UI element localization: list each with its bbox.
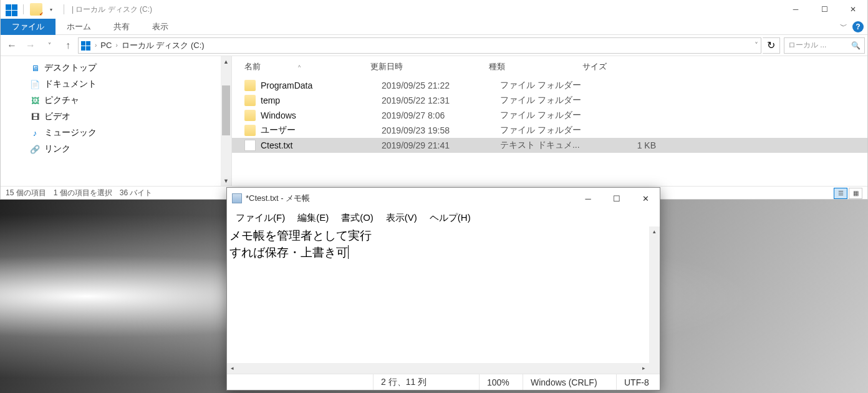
- encoding: UTF-8: [616, 374, 660, 390]
- scroll-left-icon[interactable]: ◂: [227, 363, 238, 374]
- refresh-button[interactable]: ↻: [763, 37, 780, 54]
- recent-dropdown[interactable]: ˅: [41, 37, 58, 54]
- resize-grip[interactable]: [649, 363, 660, 374]
- maximize-button[interactable]: ☐: [602, 188, 631, 208]
- ribbon-tab-share[interactable]: 共有: [102, 19, 141, 35]
- sidebar-item-links[interactable]: 🔗リンク: [26, 141, 231, 157]
- scroll-thumb[interactable]: [222, 85, 230, 135]
- menu-format[interactable]: 書式(O): [335, 211, 380, 225]
- scroll-right-icon[interactable]: ▸: [639, 363, 649, 374]
- help-icon[interactable]: ?: [852, 21, 864, 32]
- selection-count: 1 個の項目を選択: [54, 188, 112, 198]
- text-cursor: [348, 245, 349, 259]
- desktop-icon: 🖥: [29, 63, 41, 73]
- ribbon-file-tab[interactable]: ファイル: [1, 19, 55, 35]
- scroll-down-icon[interactable]: ▼: [221, 175, 231, 186]
- file-row[interactable]: Windows2019/09/27 8:06ファイル フォルダー: [232, 108, 867, 123]
- column-type[interactable]: 種類: [489, 61, 582, 72]
- chevron-right-icon[interactable]: ›: [115, 42, 117, 49]
- cell-type: ファイル フォルダー: [500, 80, 594, 91]
- link-icon: 🔗: [29, 144, 41, 154]
- item-count: 15 個の項目: [6, 188, 46, 198]
- cell-name: Ctest.txt: [261, 140, 382, 150]
- file-row[interactable]: Ctest.txt2019/09/29 21:41テキスト ドキュメ...1 K…: [232, 138, 867, 153]
- window-title: | ローカル ディスク (C:): [72, 4, 781, 15]
- address-dropdown-icon[interactable]: ˅: [755, 41, 758, 50]
- forward-button[interactable]: →: [22, 37, 39, 54]
- sidebar-item-label: ドキュメント: [44, 79, 97, 90]
- menu-view[interactable]: 表示(V): [380, 211, 423, 225]
- file-row[interactable]: ユーザー2019/09/23 19:58ファイル フォルダー: [232, 123, 867, 138]
- minimize-button[interactable]: ─: [574, 188, 602, 208]
- folder-icon: [244, 95, 256, 106]
- file-list[interactable]: 名前^ 更新日時 種類 サイズ ProgramData2019/09/25 21…: [232, 56, 867, 186]
- cell-type: ファイル フォルダー: [500, 95, 594, 106]
- back-button[interactable]: ←: [3, 37, 21, 54]
- details-view-button[interactable]: ☰: [834, 188, 847, 199]
- folder-icon: [244, 110, 256, 121]
- cell-date: 2019/09/25 21:22: [382, 80, 500, 90]
- text-editor[interactable]: メモ帳を管理者として実行 すれば保存・上書き可 ▴ ◂ ▸: [227, 226, 660, 374]
- column-name[interactable]: 名前^: [233, 61, 370, 72]
- menu-help[interactable]: ヘルプ(H): [423, 211, 477, 225]
- notepad-title: *Ctest.txt - メモ帳: [246, 193, 574, 204]
- sidebar-item-label: ビデオ: [44, 111, 70, 122]
- sidebar-scrollbar[interactable]: ▲ ▼: [221, 56, 231, 186]
- cell-date: 2019/09/27 8:06: [382, 110, 500, 120]
- navigation-bar: ← → ˅ ↑ › PC › ローカル ディスク (C:) ˅ ↻ ローカル .…: [1, 35, 867, 56]
- file-row[interactable]: ProgramData2019/09/25 21:22ファイル フォルダー: [232, 78, 867, 93]
- vertical-scrollbar[interactable]: ▴: [649, 226, 660, 363]
- menu-edit[interactable]: 編集(E): [291, 211, 335, 225]
- column-headers[interactable]: 名前^ 更新日時 種類 サイズ: [232, 56, 867, 78]
- music-icon: ♪: [29, 128, 41, 138]
- folder-icon: [244, 80, 256, 91]
- navigation-pane[interactable]: 🖥デスクトップ 📄ドキュメント 🖼ピクチャ 🎞ビデオ ♪ミュージック 🔗リンク …: [1, 56, 231, 186]
- notepad-menubar: ファイル(F) 編集(E) 書式(O) 表示(V) ヘルプ(H): [227, 209, 660, 226]
- sidebar-item-pictures[interactable]: 🖼ピクチャ: [26, 92, 231, 109]
- horizontal-scrollbar[interactable]: ◂ ▸: [227, 363, 649, 374]
- sidebar-item-label: リンク: [44, 143, 70, 155]
- close-button[interactable]: ✕: [631, 188, 660, 208]
- sidebar-item-music[interactable]: ♪ミュージック: [26, 125, 231, 141]
- minimize-button[interactable]: ─: [781, 0, 810, 19]
- search-box[interactable]: ローカル ... 🔍: [784, 37, 865, 54]
- app-icon: [4, 3, 17, 16]
- column-size[interactable]: サイズ: [582, 61, 657, 72]
- up-button[interactable]: ↑: [59, 37, 77, 54]
- search-icon: 🔍: [851, 41, 861, 50]
- notepad-statusbar: 2 行、11 列 100% Windows (CRLF) UTF-8: [227, 374, 660, 390]
- sidebar-item-videos[interactable]: 🎞ビデオ: [26, 109, 231, 125]
- file-icon: [244, 140, 256, 151]
- explorer-window: ✔ ▾ | ローカル ディスク (C:) ─ ☐ ✕ ファイル ホーム 共有 表…: [0, 0, 868, 200]
- chevron-down-icon[interactable]: ﹀: [840, 21, 847, 32]
- cell-type: ファイル フォルダー: [500, 110, 594, 121]
- qat-dropdown-icon[interactable]: ▾: [45, 3, 57, 16]
- maximize-button[interactable]: ☐: [810, 0, 839, 19]
- cell-name: ユーザー: [261, 125, 382, 136]
- ribbon-tab-home[interactable]: ホーム: [55, 19, 102, 35]
- cursor-position: 2 行、11 列: [373, 374, 479, 390]
- column-date[interactable]: 更新日時: [370, 61, 489, 72]
- document-icon: 📄: [29, 79, 41, 89]
- pinned-folder-icon[interactable]: ✔: [30, 3, 42, 16]
- notepad-window: *Ctest.txt - メモ帳 ─ ☐ ✕ ファイル(F) 編集(E) 書式(…: [226, 187, 660, 391]
- chevron-right-icon[interactable]: ›: [95, 42, 97, 49]
- address-bar[interactable]: › PC › ローカル ディスク (C:) ˅: [78, 37, 761, 54]
- zoom-level: 100%: [479, 374, 523, 390]
- file-row[interactable]: temp2019/05/22 12:31ファイル フォルダー: [232, 93, 867, 108]
- breadcrumb-drive[interactable]: ローカル ディスク (C:): [122, 40, 205, 51]
- explorer-titlebar[interactable]: ✔ ▾ | ローカル ディスク (C:) ─ ☐ ✕: [1, 0, 867, 19]
- ribbon-tab-view[interactable]: 表示: [141, 19, 180, 35]
- drive-icon: [81, 41, 91, 50]
- close-button[interactable]: ✕: [839, 0, 867, 19]
- menu-file[interactable]: ファイル(F): [229, 211, 291, 225]
- breadcrumb-pc[interactable]: PC: [100, 41, 112, 50]
- search-placeholder: ローカル ...: [788, 40, 826, 51]
- sidebar-item-desktop[interactable]: 🖥デスクトップ: [26, 60, 231, 76]
- icons-view-button[interactable]: ▦: [849, 188, 862, 199]
- sidebar-item-documents[interactable]: 📄ドキュメント: [26, 76, 231, 92]
- notepad-icon: [232, 193, 242, 203]
- notepad-titlebar[interactable]: *Ctest.txt - メモ帳 ─ ☐ ✕: [227, 188, 660, 209]
- scroll-up-icon[interactable]: ▲: [221, 56, 231, 67]
- scroll-up-icon[interactable]: ▴: [649, 226, 660, 237]
